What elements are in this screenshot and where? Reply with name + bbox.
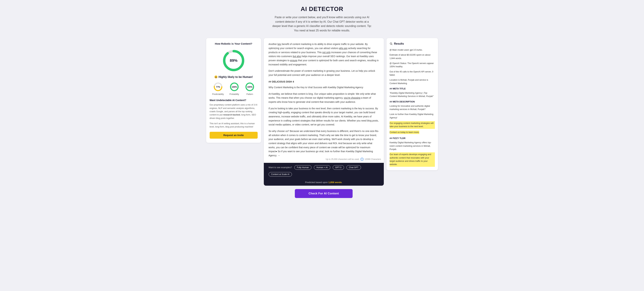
prediction-words: 1,858 words <box>328 181 342 184</box>
fizzy-highlight: Our team of experts develops engaging an… <box>390 152 435 167</box>
human-label: 😃 Highly likely to be Human! <box>210 75 258 79</box>
content-p1: Another key benefit of content marketing… <box>268 42 379 67</box>
meters-row: 77% Predictability 100% Probability <box>210 82 258 95</box>
probability-label: Probability <box>229 93 240 95</box>
content-p5: If you're looking to take your business … <box>268 107 379 127</box>
page-subtitle: Paste or write your content below, and y… <box>272 15 372 33</box>
invite-button[interactable]: Request an Invite <box>210 132 258 139</box>
predictability-meter: 77% Predictability <box>212 82 224 95</box>
char-count: 12069 Characters <box>364 158 381 160</box>
bold-text: research-backed <box>223 114 240 116</box>
content-p4: At Kwebby, we believe that content is ki… <box>268 92 379 104</box>
result-line-2: Estimate of about $0.02205 spent on abou… <box>390 53 435 60</box>
prediction-end: . <box>342 181 342 184</box>
char-counter: Up to 25,000 characters will be used. ℹ … <box>326 158 381 161</box>
svg-text:100%: 100% <box>232 86 237 88</box>
main-layout: How Robotic is Your Content? 89% 😃 Highl… <box>206 38 438 198</box>
result-line-4: Out of the 45 calls to the OpenAI API se… <box>390 70 435 77</box>
svg-text:100%: 100% <box>247 86 252 88</box>
char-counter-icon: ℹ <box>360 158 364 161</box>
search-icon <box>390 42 393 45</box>
meta-title-quote: "Kwebby Digital Marketing Agency | Top C… <box>390 91 435 98</box>
meta-title-header: ## META TITLE <box>390 87 435 90</box>
result-line-3: @ OpenAI Status: The OpenAI servers appe… <box>390 62 435 69</box>
meta-desc-header: ## META DESCRIPTION <box>390 100 435 103</box>
content-p2: Don't underestimate the power of content… <box>268 69 379 77</box>
results-title: Results <box>394 42 404 46</box>
page-wrapper: AI DETECTOR Paste or write your content … <box>202 0 442 208</box>
pattern-meter: 100% Pattern <box>244 82 255 95</box>
main-donut-chart: 89% <box>210 49 258 73</box>
chip-content-at-scale[interactable]: Content at Scale AI <box>268 172 292 177</box>
pattern-label: Pattern <box>244 93 255 95</box>
fizzy-desc: Kwebby Digital Marketing Agency offers t… <box>390 141 435 151</box>
predictability-label: Predictability <box>212 93 224 95</box>
check-for-ai-button[interactable]: Check For AI Content <box>295 189 352 198</box>
chip-human-ai[interactable]: Human + AI <box>314 165 330 170</box>
page-title: AI DETECTOR <box>206 6 438 12</box>
result-line-1: @ Main model used: gpt-3.5-turbo. <box>390 48 435 52</box>
chip-chat-gpt[interactable]: Chat GPT <box>346 165 361 170</box>
content-h3: ## DELICIOUS DISH 4 <box>268 80 379 84</box>
main-score-text: 89% <box>230 58 238 63</box>
meta-desc-highlight2: Contact us today to learn more. <box>390 131 420 134</box>
examples-bar: Want to see examples? Fully Human Human … <box>264 163 384 179</box>
meta-desc-q1: Looking for innovative and authentic dig… <box>390 105 435 111</box>
examples-label: Want to see examples? <box>268 166 292 169</box>
content-text-area[interactable]: Another key benefit of content marketing… <box>264 38 384 163</box>
page-header: AI DETECTOR Paste or write your content … <box>206 6 438 33</box>
meta-desc-highlight1: Our engaging content marketing strategie… <box>390 121 435 129</box>
meta-desc-q2: Look no further than Kwebby Digital Mark… <box>390 113 435 119</box>
undetectable-title: Want Undetectable AI Content? <box>210 99 258 102</box>
chip-fully-human[interactable]: Fully Human <box>294 165 312 170</box>
prediction-prefix: Predicted based upon <box>305 181 328 184</box>
svg-line-12 <box>392 44 392 45</box>
probability-meter: 100% Probability <box>229 82 240 95</box>
char-limit-text: Up to 25,000 characters will be used. <box>326 158 360 160</box>
content-p6: So why choose us? Because we understand … <box>268 129 379 158</box>
undetectable-desc2: This isn't an AI writing assistant, this… <box>210 122 258 129</box>
left-panel: How Robotic is Your Content? 89% 😃 Highl… <box>206 38 261 143</box>
results-panel: Results @ Main model used: gpt-3.5-turbo… <box>386 38 438 170</box>
chip-gpt3[interactable]: GPT-3 <box>333 165 344 170</box>
content-p3: Why Content Marketing is the Key to Vira… <box>268 85 379 90</box>
check-btn-wrap: Check For AI Content <box>264 189 384 198</box>
prediction-bar: Predicted based upon 1,858 words. <box>264 179 384 186</box>
center-panel: Another key benefit of content marketing… <box>264 38 384 198</box>
fizzy-header: ## FIZZY TLDR <box>390 136 435 140</box>
results-header: Results <box>390 42 435 46</box>
result-line-5: Location is Mohali, Punjab and service i… <box>390 78 435 85</box>
content-text: Another key benefit of content marketing… <box>268 42 379 158</box>
svg-text:77%: 77% <box>216 86 220 88</box>
robotic-panel-title: How Robotic is Your Content? <box>210 42 258 45</box>
undetectable-desc: Our proprietary content platform uses a … <box>210 103 258 120</box>
